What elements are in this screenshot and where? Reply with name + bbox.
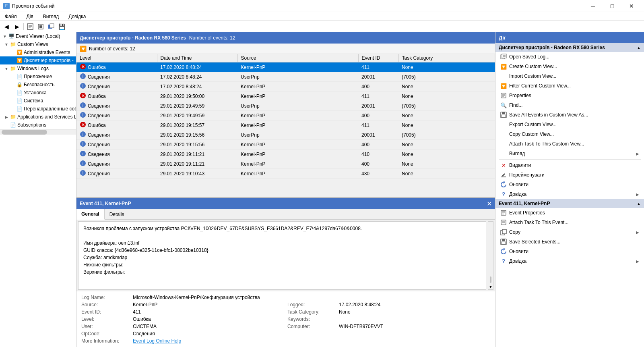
menu-file[interactable]: Файл — [2, 13, 20, 20]
menu-action[interactable]: Дія — [23, 13, 37, 20]
cell-taskCategory: (7005) — [398, 130, 495, 140]
tab-general[interactable]: General — [76, 209, 105, 220]
toolbar-save[interactable]: 💾 — [57, 22, 66, 31]
action-find-label: Find... — [509, 102, 639, 108]
help1-arrow-icon: ▶ — [636, 192, 639, 197]
minimize-button[interactable]: ─ — [584, 0, 602, 12]
tree-item-windows-logs[interactable]: ▼ 📁 Windows Logs — [0, 64, 76, 73]
filter-bar: 🔽 Number of events: 12 — [76, 44, 495, 54]
action-copy[interactable]: Copy ▶ — [495, 227, 644, 237]
tree-expander: ▶ — [3, 114, 10, 120]
close-button[interactable]: ✕ — [622, 0, 641, 12]
action-export-custom-view[interactable]: Export Custom View... — [495, 120, 644, 129]
table-row[interactable]: iСведения29.01.2020 19:15:56UserPnp20001… — [76, 130, 495, 140]
label-level: Level: — [81, 316, 130, 322]
action-find[interactable]: 🔍 Find... — [495, 100, 644, 110]
cell-source: Kernel-PnP — [237, 159, 358, 169]
section-collapse-icon[interactable]: ▲ — [637, 46, 641, 50]
table-row[interactable]: iСведения29.01.2020 19:10:43Kernel-PnP43… — [76, 169, 495, 179]
cell-taskCategory: None — [398, 91, 495, 101]
table-row[interactable]: iСведения17.02.2020 8:48:24UserPnp20001(… — [76, 72, 495, 82]
table-row[interactable]: iСведения29.01.2020 19:49:59Kernel-PnP40… — [76, 111, 495, 121]
attach-task-event-icon — [500, 219, 507, 226]
action-event-properties[interactable]: Event Properties — [495, 208, 644, 218]
security-icon: 🔒 — [16, 81, 23, 88]
tree-item-system[interactable]: 📄 Система — [0, 97, 76, 105]
table-row[interactable]: iСведения29.01.2020 19:15:56Kernel-PnP40… — [76, 140, 495, 150]
action-attach-task-custom[interactable]: Attach Task To This Custom View... — [495, 139, 644, 149]
right-panel-actions: Дії Диспетчер пристроїв - Radeon RX 580 … — [495, 32, 644, 347]
tab-details[interactable]: Details — [105, 209, 130, 219]
table-row[interactable]: ✕Ошибка29.01.2020 19:50:00Kernel-PnP411N… — [76, 91, 495, 101]
action-attach-task-event[interactable]: Attach Task To This Event... — [495, 218, 644, 227]
tree-expander: ▼ — [3, 65, 10, 72]
tree-item-forwarded[interactable]: 📄 Перенаправленные соб... — [0, 105, 76, 113]
table-row[interactable]: iСведения29.01.2020 19:11:21Kernel-PnP41… — [76, 150, 495, 159]
value-user: СИСТЕМА — [133, 324, 284, 329]
action-refresh2[interactable]: Оновити — [495, 247, 644, 256]
toolbar-btn1[interactable] — [25, 22, 35, 31]
tree-item-subscriptions[interactable]: 📄 Subscriptions — [0, 121, 76, 129]
action-rename[interactable]: Перейменувати — [495, 170, 644, 180]
cell-level: iСведения — [76, 101, 157, 111]
action-refresh1[interactable]: Оновити — [495, 180, 644, 189]
tree-item-security[interactable]: 🔒 Безопасность — [0, 81, 76, 89]
toolbar-btn3[interactable] — [46, 22, 56, 31]
toolbar-back[interactable]: ◀ — [2, 22, 11, 31]
tree-scrollbar[interactable] — [0, 129, 76, 135]
maximize-button[interactable]: □ — [603, 0, 621, 12]
detail-scrollbar[interactable]: ▼ — [488, 221, 493, 290]
tree-item-admin-events[interactable]: 🔽 Administrative Events — [0, 48, 76, 56]
action-filter-current[interactable]: 🔽 Filter Current Custom View... — [495, 81, 644, 91]
svg-rect-52 — [502, 229, 506, 234]
label-computer: Computer: — [287, 324, 336, 329]
tree-item-application[interactable]: 📄 Приложение — [0, 73, 76, 81]
cell-datetime: 17.02.2020 8:48:24 — [157, 62, 237, 72]
table-row[interactable]: iСведения17.02.2020 8:48:24Kernel-PnP400… — [76, 82, 495, 91]
table-row[interactable]: ✕Ошибка17.02.2020 8:48:24Kernel-PnP411No… — [76, 62, 495, 72]
tree-item-apps-services[interactable]: ▶ 📁 Applications and Services Lo... — [0, 113, 76, 121]
tree-item-event-viewer[interactable]: ▼ 🖥️ Event Viewer (Local) — [0, 32, 76, 40]
toolbar-forward[interactable]: ▶ — [12, 22, 22, 31]
action-properties[interactable]: Properties — [495, 91, 644, 100]
col-eventid[interactable]: Event ID — [358, 54, 398, 62]
action-save-selected[interactable]: Save Selected Events... — [495, 237, 644, 247]
col-datetime[interactable]: Date and Time — [157, 54, 237, 62]
svg-rect-54 — [502, 239, 505, 241]
folder-icon: 📁 — [10, 41, 16, 48]
col-level[interactable]: Level — [76, 54, 157, 62]
action-open-saved-log[interactable]: Open Saved Log... — [495, 52, 644, 62]
action-import-custom-view[interactable]: Import Custom View... — [495, 71, 644, 81]
tree-item-custom-views[interactable]: ▼ 📁 Custom Views — [0, 40, 76, 48]
menu-view[interactable]: Вигляд — [40, 13, 62, 20]
action-create-custom-view[interactable]: 🔽 Create Custom View... — [495, 62, 644, 71]
action-help2[interactable]: ? Довідка ▶ — [495, 256, 644, 266]
col-taskcategory[interactable]: Task Category — [398, 54, 495, 62]
help2-arrow-icon: ▶ — [636, 259, 639, 264]
tree-item-setup[interactable]: 📄 Установка — [0, 89, 76, 97]
action-export-label: Export Custom View... — [509, 122, 639, 127]
cell-level: iСведения — [76, 111, 157, 121]
filter-icon: 🔽 — [16, 49, 23, 56]
action-view[interactable]: Вигляд ▶ — [495, 149, 644, 158]
action-help1[interactable]: ? Довідка ▶ — [495, 189, 644, 199]
col-source[interactable]: Source — [237, 54, 358, 62]
value-computer: WIN-DFTB970EVVT — [339, 324, 490, 329]
action-delete[interactable]: ✕ Видалити — [495, 160, 644, 170]
event-table-container[interactable]: Level Date and Time Source Event ID Task… — [76, 54, 495, 197]
section2-collapse-icon[interactable]: ▲ — [637, 202, 641, 206]
table-row[interactable]: ✕Ошибка29.01.2020 19:15:57Kernel-PnP411N… — [76, 121, 495, 130]
detail-close-button[interactable]: ✕ — [487, 200, 492, 208]
action-copy-custom-view[interactable]: Copy Custom View... — [495, 129, 644, 139]
detail-title: Event 411, Kernel-PnP — [80, 201, 131, 206]
cell-taskCategory: None — [398, 159, 495, 169]
import-icon — [500, 73, 507, 79]
link-more-info[interactable]: Event Log Online Help — [133, 338, 284, 344]
create-custom-view-icon: 🔽 — [500, 63, 507, 70]
toolbar-btn2[interactable] — [36, 22, 45, 31]
action-save-all-events[interactable]: Save All Events in Custom View As... — [495, 110, 644, 120]
table-row[interactable]: iСведения29.01.2020 19:49:59UserPnp20001… — [76, 101, 495, 111]
table-row[interactable]: iСведения29.01.2020 19:11:21Kernel-PnP40… — [76, 159, 495, 169]
tree-item-dispatcher[interactable]: 🔽 Диспетчер пристроїв - — [0, 56, 76, 64]
menu-help[interactable]: Довідка — [65, 13, 89, 20]
